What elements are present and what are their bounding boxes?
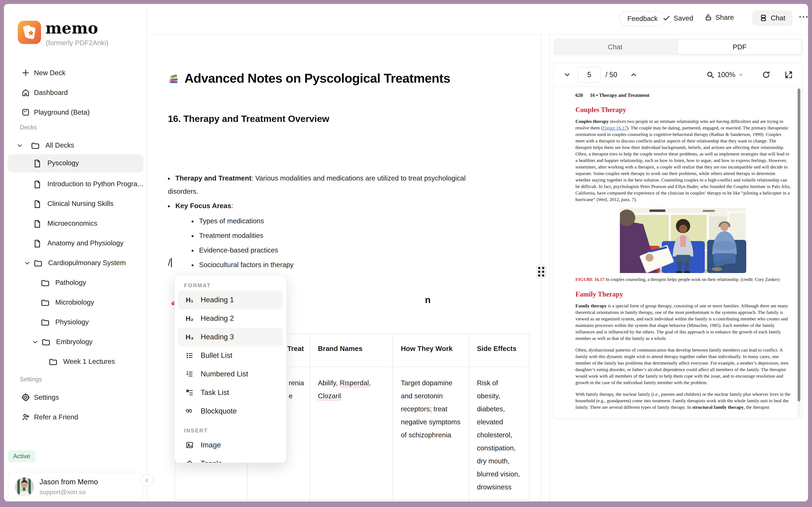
chat-label: Chat <box>771 14 785 22</box>
sidebar-item-label: Refer a Friend <box>34 413 78 421</box>
bullet-item: Types of medications <box>192 214 515 227</box>
figure-caption: FIGURE 16.17 In couples counseling, a th… <box>575 277 791 282</box>
bullet-item: Therapy and Treatment: Various modalitie… <box>168 171 492 198</box>
tab-pdf-viewer[interactable]: PDF <box>678 40 801 54</box>
pdf-running-head: 62016 • Therapy and Treatment <box>575 93 791 98</box>
page-number-input[interactable] <box>578 67 601 83</box>
app-subtitle: (formerly PDF2Anki) <box>46 39 108 47</box>
pdf-scrollbar-thumb[interactable] <box>798 89 800 401</box>
sidebar-item-anatomy[interactable]: Anatomy and Physiology <box>7 234 143 252</box>
bullet-item: Treatment modalities <box>192 229 515 242</box>
more-options-button[interactable]: ⋯ <box>798 11 808 22</box>
sidebar-item-microeconomics[interactable]: Microeconomics <box>7 215 143 233</box>
ellipsis-icon: ⋯ <box>798 11 808 22</box>
sidebar-item-embryology[interactable]: Embryology <box>7 333 143 351</box>
refresh-button[interactable] <box>762 63 770 87</box>
decks-section-label: Decks <box>20 124 37 131</box>
sidebar-item-pyscology[interactable]: Pyscology <box>7 154 143 172</box>
pdf-page: 62016 • Therapy and Treatment Couples Th… <box>575 93 791 419</box>
pdf-heading-couples: Couples Therapy <box>575 106 791 114</box>
sidebar-item-label: Playground (Beta) <box>34 108 90 116</box>
plus-icon <box>21 68 30 77</box>
menu-item-task-list[interactable]: Task List <box>178 383 283 402</box>
user-plus-icon <box>21 413 30 421</box>
next-page-button[interactable] <box>630 63 638 87</box>
sidebar-item-all-decks[interactable]: All Decks <box>7 136 143 155</box>
fullscreen-button[interactable] <box>784 63 793 87</box>
user-card[interactable]: Jason from Memo support@xon.so <box>8 472 143 502</box>
format-section-label: FORMAT <box>184 282 286 289</box>
toggle-icon <box>186 460 194 463</box>
menu-item-heading2[interactable]: H₂ Heading 2 <box>178 309 283 328</box>
page-title: Advanced Notes on Pyscological Treatment… <box>185 71 450 86</box>
books-icon <box>168 73 179 84</box>
menu-item-heading1[interactable]: H₁ Heading 1 <box>178 291 283 309</box>
topbar: Feedback Saved Share Chat ⋯ <box>147 4 808 34</box>
sidebar-collapse-button[interactable] <box>141 474 153 487</box>
table-cell: SSRIs: headache, <box>469 500 529 502</box>
sidebar-item-dashboard[interactable]: Dashboard <box>4 84 147 101</box>
menu-item-numbered-list[interactable]: Numbered List <box>178 365 283 383</box>
menu-item-image[interactable]: Image <box>178 436 283 454</box>
sidebar-item-physiology[interactable]: Physiology <box>7 313 143 331</box>
table-header-brand: Brand Names <box>310 334 393 367</box>
deck-label: Microeconomics <box>47 219 97 227</box>
gear-icon <box>21 393 30 402</box>
home-icon <box>21 88 30 97</box>
figure-link[interactable]: Figure 16.17 <box>603 125 627 130</box>
sidebar-item-playground[interactable]: Playground (Beta) <box>4 104 147 121</box>
menu-item-bullet-list[interactable]: Bullet List <box>178 346 283 365</box>
app-title: memo <box>45 19 98 37</box>
figure-16-17-photo <box>620 208 746 273</box>
pdf-paragraph: With family therapy, the nuclear family … <box>575 391 791 410</box>
saved-label: Saved <box>673 14 693 22</box>
menu-item-heading3[interactable]: H₃ Heading 3 <box>178 328 283 346</box>
deck-label: Week 1 Lectures <box>63 357 115 365</box>
sidebar-item-pathology[interactable]: Pathology <box>7 274 143 292</box>
panel-resize-handle[interactable] <box>536 264 547 279</box>
chat-toggle-button[interactable]: Chat <box>752 10 793 25</box>
sidebar-item-clinical-nursing[interactable]: Clinical Nursing Skills <box>7 195 143 213</box>
sidebar-item-cardiopulmonary[interactable]: Cardiopulmonary System <box>7 254 143 272</box>
table-cell: Abilify, Risperdal, Clozaril <box>310 367 393 500</box>
sidebar-item-week1-lectures[interactable]: Week 1 Lectures <box>7 353 143 371</box>
sidebar-item-python[interactable]: Introduction to Python Progra... <box>7 175 143 193</box>
chevron-down-icon <box>563 71 571 79</box>
menu-item-toggle[interactable]: Toggle <box>178 454 283 463</box>
section-heading: 16. Therapy and Treatment Overview <box>168 113 329 124</box>
sidebar-item-new-deck[interactable]: New Deck <box>4 64 147 81</box>
menu-item-blockquote[interactable]: Blockquote <box>178 402 283 420</box>
deck-label: Physiology <box>55 318 89 326</box>
pdf-scrollbar[interactable] <box>797 88 801 417</box>
feedback-button[interactable]: Feedback <box>619 11 666 26</box>
deck-label: Anatomy and Physiology <box>47 239 123 247</box>
sidebar-item-refer-friend[interactable]: Refer a Friend <box>4 408 147 426</box>
saved-status: Saved <box>662 14 693 22</box>
bullet-list-icon <box>186 351 194 359</box>
status-badge: Active <box>8 450 35 462</box>
share-button[interactable]: Share <box>704 13 734 21</box>
notes-editor[interactable]: Advanced Notes on Pyscological Treatment… <box>147 34 541 502</box>
previous-page-button[interactable] <box>563 63 571 87</box>
chevron-down-icon[interactable] <box>24 260 31 267</box>
chevron-down-icon[interactable] <box>16 142 23 149</box>
numbered-list-icon <box>186 370 194 378</box>
document-icon <box>33 200 42 209</box>
document-icon <box>33 219 42 228</box>
sidebar-item-microbiology[interactable]: Microbiology <box>7 293 143 312</box>
deck-label: Pyscology <box>47 159 79 167</box>
folder-icon <box>31 141 40 150</box>
table-header-how: How They Work <box>393 334 469 367</box>
chevron-down-icon[interactable] <box>32 339 39 346</box>
slash-command-input[interactable]: / <box>168 257 172 268</box>
hidden-heading-fragment: n <box>425 294 431 305</box>
zoom-level: 100% <box>717 71 735 79</box>
heading3-icon: H₃ <box>184 333 195 341</box>
heading1-icon: H₁ <box>184 296 195 304</box>
tab-chat[interactable]: Chat <box>553 39 677 55</box>
zoom-control[interactable]: 100% <box>706 63 744 87</box>
sidebar-item-label: Dashboard <box>34 89 68 97</box>
sidebar-item-settings[interactable]: Settings <box>4 389 147 406</box>
folder-icon <box>41 298 50 307</box>
deck-label: Pathology <box>55 279 86 286</box>
